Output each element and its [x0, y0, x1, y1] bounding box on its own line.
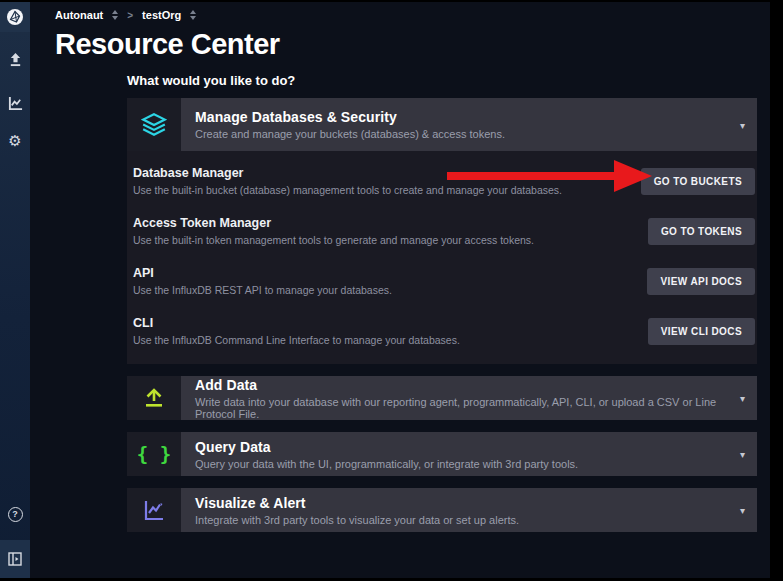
row-database-manager: Database Manager Use the built-in bucket… [133, 156, 755, 206]
chevron-down-icon[interactable]: ▾ [740, 393, 745, 404]
panel-add-data-headbar[interactable]: Add Data Write data into your database w… [181, 376, 757, 420]
panel-manage-header[interactable]: Manage Databases & Security Create and m… [127, 98, 757, 151]
row-access-token-manager: Access Token Manager Use the built-in to… [133, 206, 755, 256]
row-access-token-manager-title: Access Token Manager [133, 216, 534, 230]
panel-query-data-header[interactable]: { } Query Data Query your data with the … [127, 432, 757, 476]
help-icon: ? [8, 507, 23, 522]
row-cli-description: Use the InfluxDB Command Line Interface … [133, 334, 460, 346]
graph-icon [8, 96, 23, 111]
breadcrumb: Autonaut > testOrg [30, 2, 770, 21]
braces-icon: { } [137, 443, 171, 465]
breadcrumb-project[interactable]: testOrg [142, 9, 181, 21]
project-switcher-icon[interactable] [190, 10, 196, 20]
influxdb-logo[interactable] [0, 2, 30, 32]
panel-manage-databases: Manage Databases & Security Create and m… [127, 98, 757, 364]
panel-manage-headbar[interactable]: Manage Databases & Security Create and m… [181, 98, 757, 151]
gear-icon: ⚙ [8, 133, 21, 148]
panel-visualize-alert-header[interactable]: Visualize & Alert Integrate with 3rd par… [127, 488, 757, 532]
chevron-down-icon[interactable]: ▾ [740, 449, 745, 460]
upload-icon [8, 52, 23, 67]
layers-icon [141, 113, 167, 137]
line-chart-icon [142, 498, 166, 522]
nav-data-explorer[interactable] [0, 91, 30, 115]
left-nav-sidebar: ⚙ ? [0, 2, 30, 578]
org-switcher-icon[interactable] [112, 10, 118, 20]
panel-add-data-title: Add Data [195, 377, 743, 393]
panel-add-data: Add Data Write data into your database w… [127, 376, 757, 420]
page-question: What would you like to do? [127, 73, 770, 88]
nav-upload-data[interactable] [0, 47, 30, 71]
view-cli-docs-button[interactable]: VIEW CLI DOCS [648, 318, 755, 345]
nav-collapse-toggle[interactable] [0, 540, 30, 578]
panel-add-data-description: Write data into your database with our r… [195, 396, 743, 420]
panel-query-data-title: Query Data [195, 439, 578, 455]
panel-manage-body: Database Manager Use the built-in bucket… [127, 151, 757, 364]
row-api-description: Use the InfluxDB REST API to manage your… [133, 284, 392, 296]
row-cli: CLI Use the InfluxDB Command Line Interf… [133, 306, 755, 356]
view-api-docs-button[interactable]: VIEW API DOCS [647, 268, 755, 295]
panel-query-data-icon-cell: { } [127, 432, 181, 476]
panel-visualize-alert-description: Integrate with 3rd party tools to visual… [195, 514, 519, 526]
panel-manage-description: Create and manage your buckets (database… [195, 128, 505, 140]
row-api-title: API [133, 266, 392, 280]
row-database-manager-title: Database Manager [133, 166, 562, 180]
panel-visualize-alert-title: Visualize & Alert [195, 495, 519, 511]
nav-help[interactable]: ? [0, 502, 30, 526]
chevron-down-icon[interactable]: ▾ [740, 505, 745, 516]
panel-manage-title: Manage Databases & Security [195, 109, 505, 125]
panel-manage-icon-cell [127, 98, 181, 151]
row-database-manager-description: Use the built-in bucket (database) manag… [133, 184, 562, 196]
panel-visualize-alert-icon-cell [127, 488, 181, 532]
resource-panels: Manage Databases & Security Create and m… [127, 98, 757, 532]
row-api: API Use the InfluxDB REST API to manage … [133, 256, 755, 306]
page-title: Resource Center [55, 28, 770, 61]
nav-settings[interactable]: ⚙ [0, 128, 30, 152]
app-window: ⚙ ? Autonaut > testOrg Resource Center W… [0, 2, 770, 578]
panel-visualize-alert-headbar[interactable]: Visualize & Alert Integrate with 3rd par… [181, 488, 757, 532]
chevron-down-icon[interactable]: ▾ [740, 119, 745, 130]
go-to-buckets-button[interactable]: GO TO BUCKETS [641, 168, 755, 195]
add-data-upload-icon [143, 387, 165, 409]
main-content: Autonaut > testOrg Resource Center What … [30, 2, 770, 578]
go-to-tokens-button[interactable]: GO TO TOKENS [648, 218, 755, 245]
panel-query-data-headbar[interactable]: Query Data Query your data with the UI, … [181, 432, 757, 476]
row-cli-title: CLI [133, 316, 460, 330]
breadcrumb-org[interactable]: Autonaut [55, 9, 103, 21]
panel-add-data-header[interactable]: Add Data Write data into your database w… [127, 376, 757, 420]
row-access-token-manager-description: Use the built-in token management tools … [133, 234, 534, 246]
panel-query-data: { } Query Data Query your data with the … [127, 432, 757, 476]
influxdb-logo-icon [6, 8, 24, 26]
panel-visualize-alert: Visualize & Alert Integrate with 3rd par… [127, 488, 757, 532]
expand-sidebar-icon [8, 552, 22, 566]
breadcrumb-separator: > [127, 10, 133, 21]
panel-add-data-icon-cell [127, 376, 181, 420]
panel-query-data-description: Query your data with the UI, programmati… [195, 458, 578, 470]
